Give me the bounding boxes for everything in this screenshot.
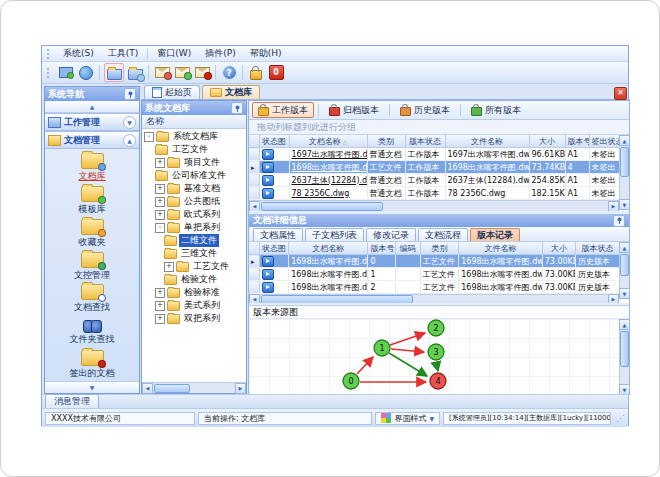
menu-help[interactable]: 帮助(H) [243,46,289,61]
column-header[interactable]: 大小 [529,135,565,148]
expand-icon[interactable]: + [155,314,165,324]
expand-icon[interactable]: + [164,262,174,272]
column-header[interactable]: 大小 [542,242,575,255]
tab-version-record[interactable]: 版本记录 [470,228,520,241]
graph-vertical-scrollbar[interactable]: ▲ ▼ [619,319,629,395]
pin-icon[interactable] [613,215,625,227]
expand-icon[interactable]: + [155,288,165,298]
scrollbar-thumb[interactable] [261,295,413,304]
sidebar-item-favorites[interactable]: 收藏夹 [45,217,139,250]
collapse-icon[interactable]: - [155,223,165,233]
menu-window[interactable]: 窗口(W) [150,46,198,61]
table-row[interactable]: 1697出水嘴零件图.dwg 普通文档工作版本 1697出水嘴零件图.dwg96… [249,148,619,161]
tab-modify-record[interactable]: 修改记录 [366,228,416,241]
scrollbar-thumb[interactable] [620,331,629,367]
column-header[interactable]: 版本状态 [576,242,619,255]
help-icon[interactable]: ? [220,64,238,81]
version-graph-canvas[interactable]: 0 1 2 3 4 [249,319,619,395]
scrollbar-thumb[interactable] [261,202,383,211]
table-row[interactable]: 78 2356C.dwg 普通文档工作版本 78 2356C.dwg182.15… [249,187,619,200]
scroll-left-icon[interactable]: ◀ [249,294,260,304]
sidebar-scroll-up[interactable]: ▲ [45,101,139,113]
close-icon[interactable]: ✕ [614,87,627,100]
scroll-up-icon[interactable]: ▲ [619,242,630,253]
scroll-left-icon[interactable]: ◀ [142,383,153,394]
expand-icon[interactable]: + [155,184,165,194]
sidebar-item-checkedout[interactable]: 签出的文档 [45,348,139,381]
table-row[interactable]: 1698出水嘴零件图.dwg2 工艺文件 1698出水嘴零件图.dwg73.00… [249,281,619,294]
group-by-bar[interactable]: 拖动列标题到此进行分组 [249,120,629,135]
all-version-button[interactable]: 所有版本 [465,102,527,118]
tree-node[interactable]: +项目文件 [142,156,246,169]
pin-icon[interactable] [124,88,136,100]
tree-node[interactable]: 工艺文件 [142,143,246,156]
doc-name-link[interactable]: 78 2356C.dwg [289,187,367,200]
version-node-0[interactable]: 0 [343,373,359,389]
expand-icon[interactable]: + [155,301,165,311]
globe-icon[interactable] [77,64,95,81]
sidebar-item-template[interactable]: 模板库 [45,185,139,218]
column-header[interactable]: 状态图 [259,135,289,148]
scroll-left-icon[interactable]: ◀ [249,201,260,212]
collapse-icon[interactable]: - [144,132,154,142]
sidebar-group-work[interactable]: 工作管理 ▼ [45,113,139,131]
tree-node[interactable]: -系统文档库 [142,130,246,143]
doc-name-link[interactable]: 1697出水嘴零件图.dwg [289,148,367,161]
column-header[interactable]: 版本号 [368,242,395,255]
column-header[interactable]: 文档名称 [289,242,368,255]
tree-node[interactable]: 三维文件 [142,247,246,260]
scroll-up-icon[interactable]: ▲ [619,135,630,146]
scroll-right-icon[interactable]: ▶ [235,383,246,394]
folder-grid-icon[interactable] [126,64,144,81]
scrollbar-thumb[interactable] [154,384,190,393]
scrollbar-thumb[interactable] [620,147,629,177]
grid-horizontal-scrollbar[interactable]: ◀ ▶ [249,200,619,211]
mail-send-icon[interactable] [173,64,191,81]
tab-doc-flow[interactable]: 文档流程 [418,228,468,241]
history-version-button[interactable]: 历史版本 [394,102,456,118]
version-node-1[interactable]: 1 [374,340,390,356]
column-header[interactable]: 类别 [367,135,405,148]
column-header[interactable]: 签出状态 [589,135,619,148]
doc-name-link[interactable]: 2637主体(12284).dwg [289,174,367,187]
mail-error-icon[interactable] [193,64,211,81]
menu-system[interactable]: 系统(S) [56,46,101,61]
table-row-selected[interactable]: 1698出水嘴零件图.dwg 工艺文件工作版本 1698出水嘴零件图.dwg73… [249,161,619,174]
resize-grip[interactable]: ⋰ [616,413,625,423]
grid-vertical-scrollbar[interactable]: ▲ ▼ [619,242,629,299]
column-header-sorted[interactable]: 文档名称 [289,135,367,148]
expand-icon[interactable]: + [155,197,165,207]
sidebar-item-doccontrol[interactable]: 文控管理 [45,250,139,283]
version-node-4[interactable]: 4 [430,373,446,389]
tab-subdoc-list[interactable]: 子文档列表 [305,228,364,241]
scroll-up-icon[interactable]: ▲ [619,319,630,330]
tree-horizontal-scrollbar[interactable]: ◀ ▶ [142,382,246,393]
chevron-down-icon[interactable]: ▼ [123,116,136,129]
scroll-down-icon[interactable]: ▼ [619,288,630,299]
column-header[interactable]: 文件名称 [459,242,542,255]
sidebar-item-doclib[interactable]: 文档库 [45,152,139,185]
sidebar-scroll-down[interactable]: ▼ [45,381,139,393]
exit-icon[interactable]: 0 [267,64,285,81]
version-node-3[interactable]: 3 [428,344,444,360]
doc-name-link[interactable]: 1698出水嘴零件图.dwg [289,161,367,174]
tab-doc-properties[interactable]: 文档属性 [253,228,303,241]
grid-vertical-scrollbar[interactable]: ▲ ▼ [619,135,629,210]
tree-node[interactable]: 公司标准文件 [142,169,246,182]
tree-node[interactable]: +检验标准 [142,286,246,299]
column-header[interactable]: 文件名称 [445,135,529,148]
lock-icon[interactable] [247,64,265,81]
sidebar-group-document[interactable]: 文档管理 ▲ [45,131,139,149]
table-row[interactable]: 1698出水嘴零件图.dwg1 工艺文件 1698出水嘴零件图.dwg73.00… [249,268,619,281]
tree-node-selected[interactable]: 二维文件 [142,234,246,247]
tab-doclib[interactable]: 文档库 [202,85,260,99]
skin-selector[interactable]: 界面样式 ▼ [375,412,440,425]
tree-node[interactable]: +双把系列 [142,312,246,325]
column-header[interactable]: 类别 [420,242,459,255]
tab-startpage[interactable]: 起始页 [144,85,200,99]
remote-desktop-icon[interactable] [57,64,75,81]
tree-node[interactable]: +美式系列 [142,299,246,312]
tree-node[interactable]: +欧式系列 [142,208,246,221]
grid-horizontal-scrollbar[interactable]: ◀ ▶ [249,294,619,303]
tree-node[interactable]: -单把系列 [142,221,246,234]
